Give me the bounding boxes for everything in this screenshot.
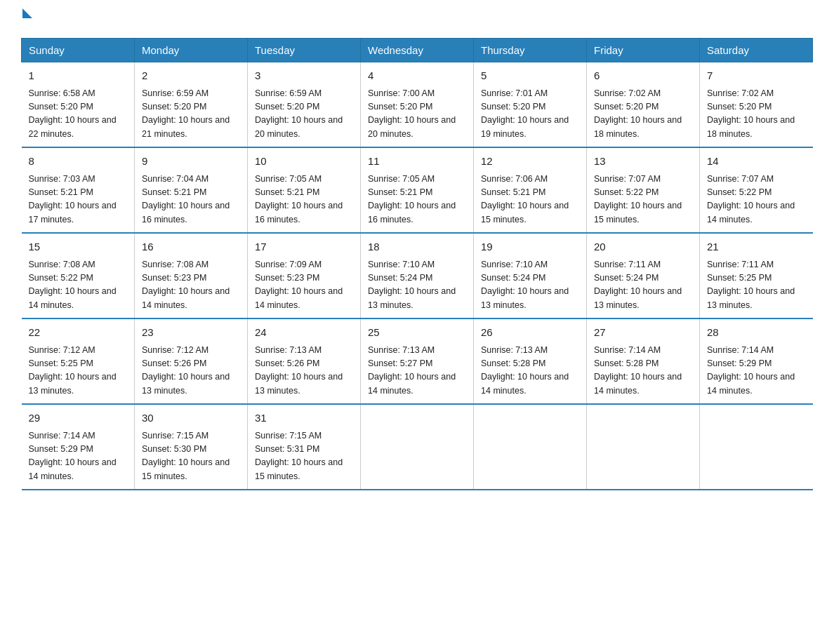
day-number: 15 xyxy=(29,239,128,255)
day-number: 27 xyxy=(594,325,692,341)
day-cell-13: 13Sunrise: 7:07 AMSunset: 5:22 PMDayligh… xyxy=(587,147,700,233)
day-number: 30 xyxy=(142,410,240,427)
day-number: 21 xyxy=(707,239,806,255)
day-number: 7 xyxy=(707,68,806,84)
day-cell-27: 27Sunrise: 7:14 AMSunset: 5:28 PMDayligh… xyxy=(587,318,700,404)
day-detail: Sunrise: 7:14 AMSunset: 5:29 PMDaylight:… xyxy=(29,429,128,484)
day-cell-2: 2Sunrise: 6:59 AMSunset: 5:20 PMDaylight… xyxy=(135,62,248,148)
day-cell-12: 12Sunrise: 7:06 AMSunset: 5:21 PMDayligh… xyxy=(474,147,587,233)
day-cell-24: 24Sunrise: 7:13 AMSunset: 5:26 PMDayligh… xyxy=(248,318,361,404)
page-header xyxy=(21,14,813,24)
day-number: 9 xyxy=(142,154,240,170)
day-cell-16: 16Sunrise: 7:08 AMSunset: 5:23 PMDayligh… xyxy=(135,233,248,318)
day-number: 1 xyxy=(29,68,128,84)
day-number: 31 xyxy=(255,410,353,427)
weekday-header-monday: Monday xyxy=(135,39,248,62)
day-detail: Sunrise: 7:02 AMSunset: 5:20 PMDaylight:… xyxy=(594,87,692,142)
day-number: 29 xyxy=(29,410,128,427)
week-row-2: 8Sunrise: 7:03 AMSunset: 5:21 PMDaylight… xyxy=(22,147,813,233)
day-detail: Sunrise: 7:08 AMSunset: 5:23 PMDaylight:… xyxy=(142,258,240,313)
day-cell-17: 17Sunrise: 7:09 AMSunset: 5:23 PMDayligh… xyxy=(248,233,361,318)
day-number: 11 xyxy=(368,154,466,170)
day-detail: Sunrise: 7:07 AMSunset: 5:22 PMDaylight:… xyxy=(707,173,806,227)
day-cell-4: 4Sunrise: 7:00 AMSunset: 5:20 PMDaylight… xyxy=(361,62,474,148)
weekday-header-saturday: Saturday xyxy=(700,39,813,62)
week-row-5: 29Sunrise: 7:14 AMSunset: 5:29 PMDayligh… xyxy=(22,404,813,490)
day-number: 23 xyxy=(142,325,240,341)
day-cell-3: 3Sunrise: 6:59 AMSunset: 5:20 PMDaylight… xyxy=(248,62,361,148)
day-number: 13 xyxy=(594,154,692,170)
day-cell-26: 26Sunrise: 7:13 AMSunset: 5:28 PMDayligh… xyxy=(474,318,587,404)
day-detail: Sunrise: 7:00 AMSunset: 5:20 PMDaylight:… xyxy=(368,87,466,142)
day-detail: Sunrise: 7:10 AMSunset: 5:24 PMDaylight:… xyxy=(368,258,466,313)
day-cell-9: 9Sunrise: 7:04 AMSunset: 5:21 PMDaylight… xyxy=(135,147,248,233)
day-detail: Sunrise: 7:06 AMSunset: 5:21 PMDaylight:… xyxy=(481,173,579,227)
day-detail: Sunrise: 7:04 AMSunset: 5:21 PMDaylight:… xyxy=(142,173,240,227)
day-cell-21: 21Sunrise: 7:11 AMSunset: 5:25 PMDayligh… xyxy=(700,233,813,318)
empty-cell xyxy=(587,404,700,490)
day-detail: Sunrise: 7:05 AMSunset: 5:21 PMDaylight:… xyxy=(255,173,353,227)
day-cell-7: 7Sunrise: 7:02 AMSunset: 5:20 PMDaylight… xyxy=(700,62,813,148)
day-cell-8: 8Sunrise: 7:03 AMSunset: 5:21 PMDaylight… xyxy=(22,147,135,233)
weekday-header-friday: Friday xyxy=(587,39,700,62)
week-row-3: 15Sunrise: 7:08 AMSunset: 5:22 PMDayligh… xyxy=(22,233,813,318)
day-number: 16 xyxy=(142,239,240,255)
empty-cell xyxy=(474,404,587,490)
weekday-header-row: SundayMondayTuesdayWednesdayThursdayFrid… xyxy=(22,39,813,62)
day-detail: Sunrise: 7:13 AMSunset: 5:28 PMDaylight:… xyxy=(481,344,579,398)
day-detail: Sunrise: 6:58 AMSunset: 5:20 PMDaylight:… xyxy=(29,87,128,142)
day-number: 24 xyxy=(255,325,353,341)
day-detail: Sunrise: 6:59 AMSunset: 5:20 PMDaylight:… xyxy=(255,87,353,142)
day-detail: Sunrise: 6:59 AMSunset: 5:20 PMDaylight:… xyxy=(142,87,240,142)
day-number: 3 xyxy=(255,68,353,84)
day-detail: Sunrise: 7:11 AMSunset: 5:24 PMDaylight:… xyxy=(594,258,692,313)
day-number: 8 xyxy=(29,154,128,170)
day-cell-11: 11Sunrise: 7:05 AMSunset: 5:21 PMDayligh… xyxy=(361,147,474,233)
day-number: 26 xyxy=(481,325,579,341)
day-number: 18 xyxy=(368,239,466,255)
day-detail: Sunrise: 7:02 AMSunset: 5:20 PMDaylight:… xyxy=(707,87,806,142)
logo-arrow-icon xyxy=(22,8,32,18)
day-number: 5 xyxy=(481,68,579,84)
day-cell-20: 20Sunrise: 7:11 AMSunset: 5:24 PMDayligh… xyxy=(587,233,700,318)
day-cell-6: 6Sunrise: 7:02 AMSunset: 5:20 PMDaylight… xyxy=(587,62,700,148)
week-row-1: 1Sunrise: 6:58 AMSunset: 5:20 PMDaylight… xyxy=(22,62,813,148)
day-number: 14 xyxy=(707,154,806,170)
weekday-header-tuesday: Tuesday xyxy=(248,39,361,62)
day-detail: Sunrise: 7:13 AMSunset: 5:26 PMDaylight:… xyxy=(255,344,353,398)
day-cell-22: 22Sunrise: 7:12 AMSunset: 5:25 PMDayligh… xyxy=(22,318,135,404)
day-detail: Sunrise: 7:15 AMSunset: 5:30 PMDaylight:… xyxy=(142,429,240,484)
day-detail: Sunrise: 7:05 AMSunset: 5:21 PMDaylight:… xyxy=(368,173,466,227)
day-detail: Sunrise: 7:07 AMSunset: 5:22 PMDaylight:… xyxy=(594,173,692,227)
day-number: 25 xyxy=(368,325,466,341)
day-cell-15: 15Sunrise: 7:08 AMSunset: 5:22 PMDayligh… xyxy=(22,233,135,318)
day-cell-25: 25Sunrise: 7:13 AMSunset: 5:27 PMDayligh… xyxy=(361,318,474,404)
day-number: 20 xyxy=(594,239,692,255)
day-detail: Sunrise: 7:14 AMSunset: 5:28 PMDaylight:… xyxy=(594,344,692,398)
day-cell-14: 14Sunrise: 7:07 AMSunset: 5:22 PMDayligh… xyxy=(700,147,813,233)
day-detail: Sunrise: 7:12 AMSunset: 5:26 PMDaylight:… xyxy=(142,344,240,398)
day-detail: Sunrise: 7:15 AMSunset: 5:31 PMDaylight:… xyxy=(255,429,353,484)
weekday-header-sunday: Sunday xyxy=(22,39,135,62)
day-detail: Sunrise: 7:01 AMSunset: 5:20 PMDaylight:… xyxy=(481,87,579,142)
day-cell-5: 5Sunrise: 7:01 AMSunset: 5:20 PMDaylight… xyxy=(474,62,587,148)
day-cell-31: 31Sunrise: 7:15 AMSunset: 5:31 PMDayligh… xyxy=(248,404,361,490)
day-cell-28: 28Sunrise: 7:14 AMSunset: 5:29 PMDayligh… xyxy=(700,318,813,404)
weekday-header-wednesday: Wednesday xyxy=(361,39,474,62)
day-cell-18: 18Sunrise: 7:10 AMSunset: 5:24 PMDayligh… xyxy=(361,233,474,318)
day-cell-10: 10Sunrise: 7:05 AMSunset: 5:21 PMDayligh… xyxy=(248,147,361,233)
day-detail: Sunrise: 7:09 AMSunset: 5:23 PMDaylight:… xyxy=(255,258,353,313)
day-cell-19: 19Sunrise: 7:10 AMSunset: 5:24 PMDayligh… xyxy=(474,233,587,318)
day-detail: Sunrise: 7:13 AMSunset: 5:27 PMDaylight:… xyxy=(368,344,466,398)
empty-cell xyxy=(361,404,474,490)
day-detail: Sunrise: 7:12 AMSunset: 5:25 PMDaylight:… xyxy=(29,344,128,398)
day-number: 2 xyxy=(142,68,240,84)
day-number: 6 xyxy=(594,68,692,84)
day-number: 12 xyxy=(481,154,579,170)
day-number: 10 xyxy=(255,154,353,170)
day-detail: Sunrise: 7:14 AMSunset: 5:29 PMDaylight:… xyxy=(707,344,806,398)
logo xyxy=(21,14,32,24)
day-cell-1: 1Sunrise: 6:58 AMSunset: 5:20 PMDaylight… xyxy=(22,62,135,148)
weekday-header-thursday: Thursday xyxy=(474,39,587,62)
day-number: 4 xyxy=(368,68,466,84)
